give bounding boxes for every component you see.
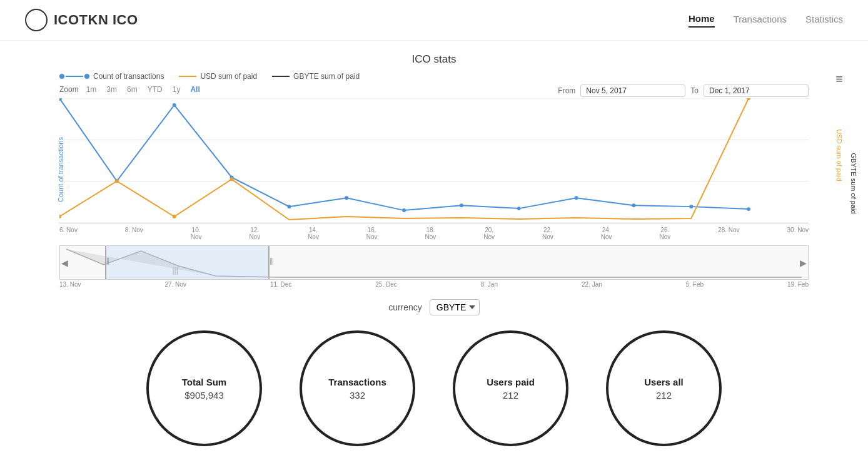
zoom-all[interactable]: All [188,84,202,95]
zoom-1y[interactable]: 1y [170,84,183,95]
zoom-label: Zoom [59,85,79,94]
svg-point-14 [287,205,291,208]
y-left-label: Count of transactions [57,137,64,202]
stat-transactions-value: 332 [350,390,365,401]
zoom-ytd[interactable]: YTD [145,84,165,95]
main-chart-svg: 24 12 0 $120000 $60000 $0 [59,98,809,223]
stat-users-all-value: 212 [656,390,672,401]
zoom-1m[interactable]: 1m [84,84,99,95]
mini-selection[interactable] [105,246,270,279]
currency-label: currency [388,302,422,312]
svg-point-19 [575,196,578,200]
stat-users-paid-value: 212 [503,390,518,401]
stat-users-paid-label: Users paid [487,377,535,387]
date-range: From To [558,84,809,97]
stat-total-sum-label: Total Sum [182,377,226,387]
zoom-3m[interactable]: 3m [104,84,119,95]
from-label: From [558,86,575,95]
x-axis-labels: 6. Nov 8. Nov 10.Nov 12.Nov 14.Nov 16.No… [59,225,809,240]
zoom-controls: Zoom 1m 3m 6m YTD 1y All [59,84,203,95]
legend-usd: USD sum of paid [179,72,257,81]
logo-text: ICOTKN ICO [54,12,138,28]
stat-users-paid: Users paid 212 [453,330,568,446]
nav-statistics[interactable]: Statistics [805,14,843,27]
mini-chart-area: ◀ ▶ ⦀ ⦀ ||| [59,245,809,280]
legend-transactions: Count of transactions [59,72,164,81]
legend-gbyte: GBYTE sum of paid [272,72,360,81]
svg-point-18 [517,207,521,210]
svg-point-25 [173,215,176,218]
stat-total-sum-value: $905,943 [184,390,224,401]
chart-title: ICO stats [25,53,843,66]
mini-x-labels: 13. Nov 27. Nov 11. Dec 25. Dec 8. Jan 2… [59,280,809,288]
main-content: ICO stats ≡ Count of transactions USD su… [0,41,868,459]
svg-point-12 [173,103,176,107]
stats-circles: Total Sum $905,943 Transactions 332 User… [25,330,843,446]
y-right-orange-label: USD sum of paid [835,129,842,181]
nav-transactions[interactable]: Transactions [734,14,787,27]
from-date-input[interactable] [580,84,685,97]
mini-chart-container: ◀ ▶ ⦀ ⦀ ||| 13. Nov 27. Nov 11. Dec [59,245,809,288]
mini-drag-handle[interactable]: ||| [172,266,178,275]
nav-home[interactable]: Home [689,13,715,28]
stat-total-sum: Total Sum $905,943 [146,330,262,446]
main-chart-container: Count of transactions USD sum of paid GB… [59,98,809,240]
svg-point-26 [230,177,234,181]
header: ICOTKN ICO Home Transactions Statistics [0,0,868,41]
stat-users-all-label: Users all [644,377,684,387]
to-date-input[interactable] [704,84,809,97]
mini-scroll-left[interactable]: ◀ [60,257,69,269]
main-nav: Home Transactions Statistics [689,13,843,28]
svg-point-15 [345,196,348,200]
chart-controls: Zoom 1m 3m 6m YTD 1y All From To [59,84,809,97]
svg-point-20 [632,203,635,207]
mini-handle-left[interactable]: ⦀ [105,256,109,267]
svg-point-21 [689,205,693,208]
to-label: To [690,86,699,95]
stat-transactions: Transactions 332 [300,330,415,446]
svg-point-22 [747,207,750,211]
logo-icon [25,9,48,31]
mini-handle-right[interactable]: ⦀ [270,256,274,267]
svg-point-24 [115,179,119,183]
chart-legend: Count of transactions USD sum of paid GB… [59,72,809,81]
y-right-black-label: GBYTE sum of paid [849,153,857,214]
svg-point-17 [460,203,463,207]
hamburger-icon[interactable]: ≡ [835,72,843,86]
mini-scroll-right[interactable]: ▶ [799,257,808,269]
logo-area: ICOTKN ICO [25,9,138,31]
stat-transactions-label: Transactions [328,377,386,387]
currency-select[interactable]: GBYTE USD BTC [430,299,480,315]
zoom-6m[interactable]: 6m [124,84,140,95]
currency-row: currency GBYTE USD BTC [25,299,843,315]
stat-users-all: Users all 212 [606,330,722,446]
svg-point-16 [402,208,406,212]
